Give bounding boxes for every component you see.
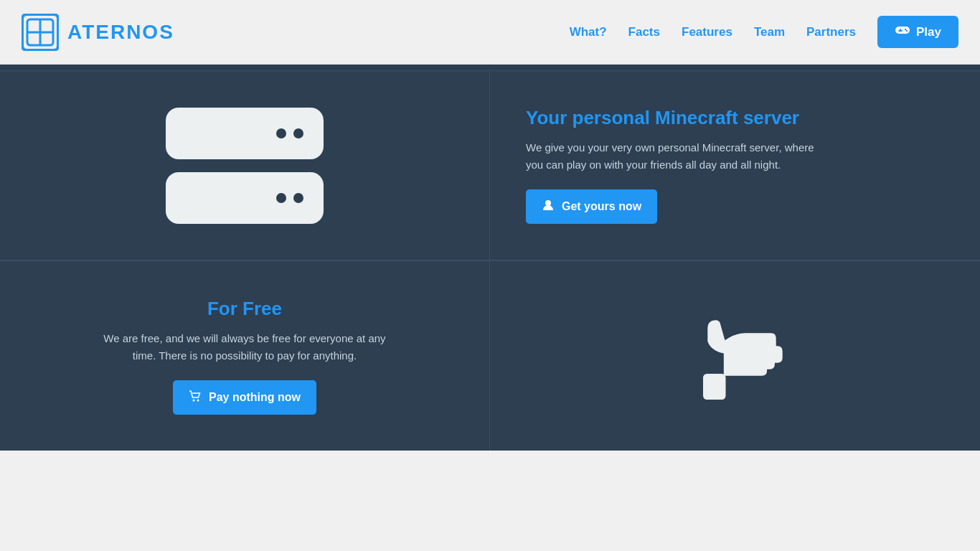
server-unit-bottom: [166, 172, 324, 224]
pay-nothing-button[interactable]: Pay nothing now: [173, 380, 316, 415]
server-text-cell: Your personal Minecraft server We give y…: [490, 71, 980, 260]
svg-rect-12: [703, 374, 726, 400]
server-title: Your personal Minecraft server: [526, 107, 799, 129]
logo-area: ATERNOS: [22, 14, 174, 51]
section-server: Your personal Minecraft server We give y…: [0, 70, 980, 260]
server-dot-2: [293, 128, 303, 138]
svg-rect-4: [895, 27, 910, 34]
svg-point-11: [197, 399, 199, 401]
aternos-logo-icon: [22, 14, 59, 51]
server-unit-top: [166, 108, 324, 159]
nav-team[interactable]: Team: [754, 25, 785, 39]
server-illustration: [166, 108, 324, 224]
nav-partners[interactable]: Partners: [806, 25, 856, 39]
thumbsup-cell: [490, 261, 980, 451]
free-text-cell: For Free We are free, and we will always…: [0, 261, 490, 451]
server-dot-4: [293, 193, 303, 203]
free-description: We are free, and we will always be free …: [101, 330, 388, 364]
nav-what[interactable]: What?: [570, 25, 607, 39]
dark-separator: [0, 65, 980, 70]
svg-point-9: [545, 200, 551, 206]
play-button[interactable]: Play: [877, 16, 958, 48]
play-label: Play: [916, 25, 941, 39]
svg-point-8: [906, 30, 908, 32]
pay-nothing-label: Pay nothing now: [209, 391, 301, 404]
nav-features[interactable]: Features: [682, 25, 732, 39]
cart-icon: [189, 390, 202, 405]
svg-point-10: [193, 399, 195, 401]
logo-text: ATERNOS: [67, 21, 174, 44]
get-yours-button[interactable]: Get yours now: [526, 189, 657, 224]
server-dot-1: [276, 128, 286, 138]
main-nav: What? Facts Features Team Partners Play: [570, 16, 958, 48]
server-dot-3: [276, 193, 286, 203]
get-yours-label: Get yours now: [562, 200, 641, 213]
free-title: For Free: [207, 298, 282, 320]
svg-rect-6: [898, 30, 903, 32]
section-free: For Free We are free, and we will always…: [0, 260, 980, 451]
server-description: We give you your very own personal Minec…: [526, 139, 827, 174]
nav-facts[interactable]: Facts: [628, 25, 660, 39]
header: ATERNOS What? Facts Features Team Partne…: [0, 0, 980, 65]
thumbsup-icon: [671, 290, 800, 422]
svg-point-7: [905, 29, 906, 30]
main-content: Your personal Minecraft server We give y…: [0, 70, 980, 451]
gamepad-icon: [895, 24, 910, 39]
server-illustration-cell: [0, 71, 490, 260]
user-icon: [542, 199, 555, 215]
